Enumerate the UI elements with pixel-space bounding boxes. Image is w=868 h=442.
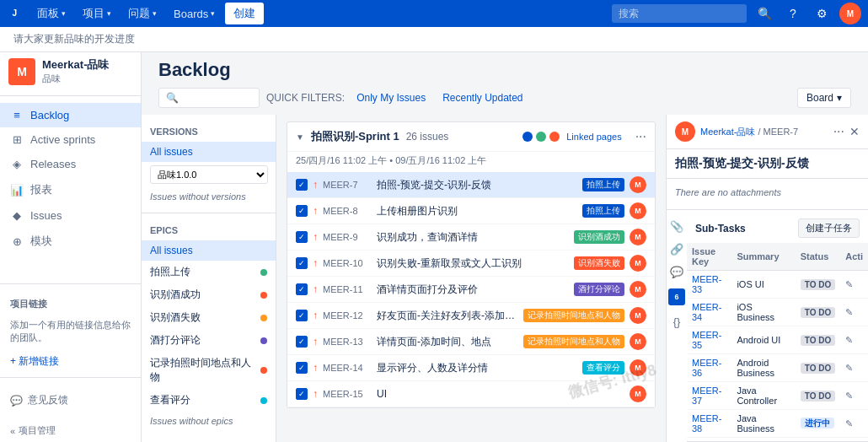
versions-select[interactable]: 品味1.0.0 bbox=[150, 165, 268, 184]
issue-checkbox-meer9[interactable]: ✓ bbox=[296, 231, 308, 243]
nav-item-dashboard[interactable]: 面板 ▾ bbox=[30, 3, 72, 24]
subtask-key-36[interactable]: MEER-36 bbox=[692, 358, 721, 378]
issue-row-meer12[interactable]: ✓ ↑ MEER-12 好友页面-关注好友列表-添加评论 记录拍照时间地点和人物… bbox=[287, 303, 655, 329]
table-row: MEER-37 Java Controller TO DO ✎ bbox=[687, 382, 868, 410]
releases-icon: ◈ bbox=[10, 158, 24, 170]
issue-summary-meer11: 酒详情页面打分及评价 bbox=[377, 283, 569, 297]
subtask-key-38[interactable]: MEER-38 bbox=[692, 413, 721, 434]
table-row: MEER-38 Java Business 进行中 ✎ bbox=[687, 410, 868, 438]
sprint-name: 拍照识别-Sprint 1 bbox=[311, 129, 399, 144]
epic-item-0[interactable]: 拍照上传 bbox=[142, 261, 276, 283]
user-avatar[interactable]: M bbox=[839, 3, 861, 24]
issue-row-meer10[interactable]: ✓ ↑ MEER-10 识别失败-重新取景或文人工识别 识别酒失败 M bbox=[287, 251, 655, 277]
subtask-key-35[interactable]: MEER-35 bbox=[692, 330, 721, 350]
issue-row-meer14[interactable]: ✓ ↑ MEER-14 显示评分、人数及详分情 查看评分 M bbox=[287, 355, 655, 381]
sidebar-section-links: 项目链接 bbox=[0, 288, 141, 314]
issue-summary-meer15: UI bbox=[377, 388, 624, 400]
epic-item-1[interactable]: 识别酒成功 bbox=[142, 283, 276, 306]
search-input[interactable] bbox=[612, 4, 747, 23]
issue-avatar-meer11: M bbox=[630, 281, 646, 298]
link-icon[interactable]: 🔗 bbox=[670, 243, 683, 256]
issue-row-meer11[interactable]: ✓ ↑ MEER-11 酒详情页面打分及评价 酒打分评论 M bbox=[287, 277, 655, 303]
issue-avatar-meer9: M bbox=[630, 229, 646, 245]
nav-item-project[interactable]: 项目 ▾ bbox=[76, 3, 118, 24]
issue-checkbox-meer8[interactable]: ✓ bbox=[296, 205, 308, 217]
nav-item-issues[interactable]: 问题 ▾ bbox=[121, 3, 163, 24]
filter-recently-updated[interactable]: Recently Updated bbox=[437, 89, 528, 107]
edit-icon-33[interactable]: ✎ bbox=[845, 279, 853, 289]
breadcrumb: 请大家更新品味的开发进度 bbox=[0, 27, 868, 52]
issue-checkbox-meer7[interactable]: ✓ bbox=[296, 179, 308, 191]
code-icon[interactable]: {} bbox=[673, 315, 681, 328]
issue-checkbox-meer11[interactable]: ✓ bbox=[296, 283, 308, 295]
issue-checkbox-meer10[interactable]: ✓ bbox=[296, 257, 308, 269]
edit-icon-36[interactable]: ✎ bbox=[845, 363, 853, 373]
search-icon[interactable]: 🔍 bbox=[753, 3, 775, 24]
sidebar-item-issues[interactable]: ◆ Issues bbox=[0, 203, 141, 228]
subtask-key-37[interactable]: MEER-37 bbox=[692, 385, 721, 406]
edit-icon-35[interactable]: ✎ bbox=[845, 335, 853, 345]
subtask-key-33[interactable]: MEER-33 bbox=[692, 274, 721, 294]
subtask-summary-36: Android Business bbox=[731, 354, 795, 382]
sidebar-footer: 💬 意见反馈 bbox=[0, 381, 141, 419]
filter-all-versions[interactable]: All issues bbox=[142, 142, 276, 162]
epic-item-4[interactable]: 记录拍照时间地点和人物 bbox=[142, 352, 276, 389]
board-button[interactable]: Board ▾ bbox=[797, 88, 851, 108]
issue-checkbox-meer12[interactable]: ✓ bbox=[296, 310, 308, 321]
issue-row-meer13[interactable]: ✓ ↑ MEER-13 详情页面-添加时间、地点 记录拍照时间地点和人物 M bbox=[287, 329, 655, 355]
filter-all-epics[interactable]: All issues bbox=[142, 240, 276, 261]
add-link-button[interactable]: + 新增链接 bbox=[0, 349, 141, 374]
sidebar-menu: ≡ Backlog ⊞ Active sprints ◈ Releases 📊 … bbox=[0, 96, 141, 280]
settings-icon[interactable]: ⚙ bbox=[811, 3, 833, 24]
project-management[interactable]: « 项目管理 bbox=[0, 419, 141, 442]
issue-row-meer7[interactable]: ✓ ↑ MEER-7 拍照-预览-提交-识别-反馈 拍照上传 M bbox=[287, 172, 655, 198]
issue-row-meer9[interactable]: ✓ ↑ MEER-9 识别成功，查询酒详情 识别酒成功 M bbox=[287, 224, 655, 251]
sidebar-project: M Meerkat-品味 品味 bbox=[0, 47, 141, 96]
content-area: Backlog QUICK FILTERS: Only My Issues Re… bbox=[142, 47, 868, 442]
edit-icon-38[interactable]: ✎ bbox=[845, 418, 853, 429]
issue-row-meer8[interactable]: ✓ ↑ MEER-8 上传相册图片识别 拍照上传 M bbox=[287, 198, 655, 224]
issues-icon: ◆ bbox=[10, 209, 24, 222]
filter-only-my-issues[interactable]: Only My Issues bbox=[351, 89, 431, 107]
sidebar-item-releases[interactable]: ◈ Releases bbox=[0, 152, 141, 176]
sidebar-item-backlog[interactable]: ≡ Backlog bbox=[0, 103, 141, 127]
subtask-status-35: TO DO bbox=[801, 335, 835, 346]
create-subtask-button[interactable]: 创建子任务 bbox=[798, 218, 860, 238]
rp-header: M Meerkat-品味 / MEER-7 ··· ✕ bbox=[667, 115, 868, 149]
table-row: MEER-34 iOS Business TO DO ✎ bbox=[687, 299, 868, 326]
issue-checkbox-meer15[interactable]: ✓ bbox=[296, 388, 308, 400]
epic-item-2[interactable]: 识别酒失败 bbox=[142, 306, 276, 329]
epic-item-3[interactable]: 酒打分评论 bbox=[142, 329, 276, 352]
priority-icon-meer9: ↑ bbox=[313, 231, 318, 243]
sprint-linked-pages[interactable]: Linked pages bbox=[566, 132, 621, 142]
issue-checkbox-meer13[interactable]: ✓ bbox=[296, 336, 308, 348]
rp-project-link[interactable]: Meerkat-品味 bbox=[700, 127, 755, 137]
nav-item-boards[interactable]: Boards ▾ bbox=[167, 4, 222, 24]
sidebar-item-feedback[interactable]: 💬 意见反馈 bbox=[10, 388, 131, 412]
sidebar-item-active-sprints[interactable]: ⊞ Active sprints bbox=[0, 127, 141, 152]
rp-more-button[interactable]: ··· bbox=[833, 124, 844, 139]
issue-key-meer8: MEER-8 bbox=[323, 206, 372, 216]
sidebar-item-reports[interactable]: 📊 报表 bbox=[0, 176, 141, 203]
subtask-key-34[interactable]: MEER-34 bbox=[692, 302, 721, 322]
edit-icon-34[interactable]: ✎ bbox=[845, 307, 853, 317]
issue-avatar-meer12: M bbox=[630, 307, 646, 324]
issue-summary-meer9: 识别成功，查询酒详情 bbox=[377, 230, 569, 245]
epic-item-5[interactable]: 查看评分 bbox=[142, 389, 276, 412]
rp-close-button[interactable]: ✕ bbox=[849, 125, 860, 138]
page-title: Backlog bbox=[158, 59, 851, 81]
edit-icon-37[interactable]: ✎ bbox=[845, 391, 853, 401]
comment-icon[interactable]: 💬 bbox=[670, 266, 683, 278]
create-button[interactable]: 创建 bbox=[225, 3, 264, 24]
subtask-status-36: TO DO bbox=[801, 363, 835, 374]
issue-checkbox-meer14[interactable]: ✓ bbox=[296, 362, 308, 374]
help-icon[interactable]: ? bbox=[782, 3, 804, 24]
issue-row-meer15[interactable]: ✓ ↑ MEER-15 UI M bbox=[287, 381, 655, 407]
sidebar-item-components[interactable]: ⊕ 模块 bbox=[0, 228, 141, 255]
sprint-header[interactable]: ▼ 拍照识别-Sprint 1 26 issues Linked pages ·… bbox=[287, 122, 655, 152]
sprint-more-icon[interactable]: ··· bbox=[635, 129, 646, 144]
issue-summary-meer14: 显示评分、人数及详分情 bbox=[377, 361, 577, 375]
subtask-status-33: TO DO bbox=[801, 279, 835, 290]
attachment-icon[interactable]: 📎 bbox=[670, 220, 683, 233]
backlog-search-input[interactable] bbox=[158, 88, 260, 108]
